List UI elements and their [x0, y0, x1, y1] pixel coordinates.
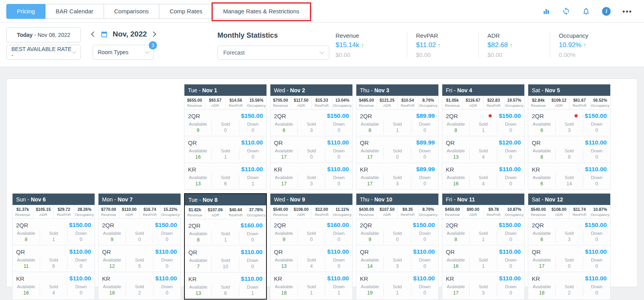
room-rate[interactable]: $110.00	[585, 248, 607, 255]
room-row-kr[interactable]: KR$110.00Available18Sold2Down0	[528, 272, 610, 298]
room-row-qr[interactable]: QR$110.00Available16Sold1Down0	[184, 136, 266, 163]
room-rate[interactable]: $110.00	[69, 275, 91, 282]
next-month-icon[interactable]	[151, 31, 156, 37]
day-cell-nov-10[interactable]: Thu - Nov 10$430.00Revenue$107.50ADR$9.3…	[356, 193, 439, 300]
info-icon[interactable]: i	[602, 7, 611, 16]
room-rate[interactable]: $110.00	[499, 275, 521, 282]
day-cell-nov-4[interactable]: Fri - Nov 4$1.05kRevenue$116.67ADR$22.83…	[442, 84, 525, 190]
room-rate[interactable]: $150.00	[69, 221, 91, 229]
day-cell-nov-12[interactable]: Sat - Nov 12$540.00Revenue$108.00ADR$11.…	[528, 193, 611, 300]
room-row-qr[interactable]: QR$110.00Available14Sold3Down0	[356, 245, 438, 272]
tab-bar-calendar[interactable]: BAR Calendar	[46, 4, 104, 19]
prev-month-icon[interactable]	[91, 31, 97, 37]
room-row-2qr[interactable]: 2QR$150.00Available6Sold3Down0	[270, 110, 352, 136]
room-row-kr[interactable]: KR$110.00Available18Sold1Down1	[270, 272, 352, 298]
day-cell-nov-8[interactable]: Tue - Nov 8$1.82kRevenue$107.06ADR$40.44…	[184, 193, 267, 300]
room-row-qr[interactable]: QR$110.00Available16Sold1Down0	[442, 245, 524, 272]
room-rate[interactable]: $150.00	[585, 221, 607, 229]
room-row-kr[interactable]: KR$110.00Available13Sold6Down1	[185, 272, 266, 299]
room-rate[interactable]: $150.00	[413, 221, 435, 229]
room-rate[interactable]: $160.00	[241, 222, 263, 229]
room-row-2qr[interactable]: 2QR$150.00Available9Sold0Down0	[99, 219, 181, 245]
room-row-qr[interactable]: QR$110.00Available17Sold0Down0	[270, 136, 352, 163]
room-rate[interactable]: $89.99	[416, 112, 435, 119]
day-cell-nov-11[interactable]: Fri - Nov 11$450.00Revenue$90.00ADR$9.78…	[442, 193, 525, 300]
room-rate[interactable]: $110.00	[327, 166, 349, 173]
room-rate[interactable]: $110.00	[327, 275, 349, 282]
room-rate[interactable]: $110.00	[499, 248, 521, 255]
room-types-dropdown[interactable]: Room Types 3	[93, 45, 154, 60]
room-row-kr[interactable]: KR$110.00Available13Sold6Down1	[184, 163, 266, 189]
room-row-kr[interactable]: KR$110.00Available16Sold4Down0	[13, 272, 95, 298]
tab-pricing[interactable]: Pricing	[6, 4, 46, 19]
room-rate[interactable]: $110.00	[155, 248, 177, 255]
room-row-kr[interactable]: KR$110.00Available6Sold14Down0	[528, 163, 610, 189]
sync-icon[interactable]	[562, 7, 570, 15]
room-row-qr[interactable]: QR$110.00Available17Sold0Down0	[528, 245, 610, 272]
room-rate[interactable]: $110.00	[413, 275, 435, 282]
room-rate[interactable]: $120.00	[499, 139, 521, 146]
room-rate[interactable]: $110.00	[69, 248, 91, 255]
room-rate[interactable]: $110.00	[241, 139, 263, 146]
tab-manage-rates-restrictions[interactable]: Manage Rates & Restrictions	[213, 4, 310, 19]
room-rate[interactable]: $150.00	[327, 112, 349, 119]
room-row-2qr[interactable]: 2QR$160.00Available8Sold1Down0	[185, 219, 266, 245]
room-rate[interactable]: $110.00	[585, 139, 607, 146]
room-rate[interactable]: $150.00	[499, 221, 521, 229]
room-row-kr[interactable]: KR$110.00Available18Sold2Down0	[99, 272, 181, 298]
room-row-kr[interactable]: KR$110.00Available17Sold3Down0	[270, 163, 352, 189]
day-cell-nov-3[interactable]: Thu - Nov 3$485.00Revenue$121.25ADR$10.5…	[356, 84, 439, 190]
room-rate[interactable]: $110.00	[585, 275, 607, 282]
room-rate[interactable]: $110.00	[327, 139, 349, 146]
day-cell-nov-1[interactable]: Tue - Nov 1$655.00Revenue$93.57ADR$14.56…	[184, 84, 267, 190]
room-row-2qr[interactable]: 2QR$150.00Available9Sold0Down0	[184, 110, 266, 136]
today-button[interactable]: Today - Nov 08, 2022	[6, 27, 81, 42]
room-rate[interactable]: $110.00	[585, 166, 607, 173]
room-row-kr[interactable]: KR$110.00Available16Sold4Down0	[442, 163, 524, 189]
tab-comparisons[interactable]: Comparisons	[104, 4, 159, 19]
room-row-2qr[interactable]: 2QR$160.00Available9Sold0Down0	[270, 219, 352, 245]
room-row-kr[interactable]: KR$89.99Available17Sold3Down0	[356, 163, 438, 189]
room-rate[interactable]: $150.00	[241, 112, 263, 119]
room-rate[interactable]: $110.00	[241, 166, 263, 173]
room-rate[interactable]: $110.00	[499, 166, 521, 173]
room-row-2qr[interactable]: 2QR$89.99Available8Sold1Down0	[356, 110, 438, 136]
room-row-qr[interactable]: QR$110.00Available7Sold10Down0	[185, 245, 266, 272]
room-row-qr[interactable]: QR$110.00Available11Sold6Down0	[13, 245, 95, 272]
room-row-qr[interactable]: QR$110.00Available13Sold4Down0	[270, 245, 352, 272]
room-rate[interactable]: $150.00	[585, 112, 607, 119]
room-row-2qr[interactable]: 2QR$150.00Available8Sold1Down0	[442, 219, 524, 245]
room-rate[interactable]: $110.00	[241, 275, 263, 282]
room-row-qr[interactable]: QR$120.00Available13Sold4Down0	[442, 136, 524, 163]
room-row-2qr[interactable]: 2QR$150.00Available8Sold1Down0	[442, 110, 524, 136]
room-row-2qr[interactable]: 2QR$150.00Available6Sold3Down0	[528, 219, 610, 245]
bell-icon[interactable]	[582, 7, 590, 15]
ellipsis-icon[interactable]: •••	[622, 9, 632, 13]
room-row-kr[interactable]: KR$110.00Available19Sold1Down0	[356, 272, 438, 298]
room-rate[interactable]: $110.00	[241, 249, 263, 256]
room-row-qr[interactable]: QR$110.00Available8Sold9Down0	[528, 136, 610, 163]
room-row-qr[interactable]: QR$89.99Available17Sold0Down0	[356, 136, 438, 163]
day-cell-nov-5[interactable]: Sat - Nov 5$2.84kRevenue$109.12ADR$61.67…	[528, 84, 611, 190]
room-rate[interactable]: $89.99	[416, 166, 435, 173]
rate-plan-dropdown[interactable]: BEST AVAILABLE RATE -	[6, 45, 81, 60]
room-row-qr[interactable]: QR$110.00Available12Sold5Down0	[99, 245, 181, 272]
tab-comp-rates[interactable]: Comp Rates	[159, 4, 213, 19]
forecast-dropdown[interactable]: Forecast	[217, 46, 329, 60]
room-rate[interactable]: $110.00	[413, 248, 435, 255]
room-row-2qr[interactable]: 2QR$150.00Available9Sold0Down0	[356, 219, 438, 245]
day-cell-nov-9[interactable]: Wed - Nov 9$540.00Revenue$108.00ADR$12.0…	[270, 193, 353, 300]
room-rate[interactable]: $160.00	[327, 221, 349, 229]
room-rate[interactable]: $110.00	[327, 248, 349, 255]
room-row-kr[interactable]: KR$110.00Available17Sold3Down0	[442, 272, 524, 298]
room-row-2qr[interactable]: 2QR$150.00Available6Sold3Down0	[528, 110, 610, 136]
bar-chart-icon[interactable]	[542, 7, 550, 15]
room-rate[interactable]: $110.00	[155, 275, 177, 282]
room-rate[interactable]: $150.00	[155, 221, 177, 229]
day-cell-nov-6[interactable]: Sun - Nov 6$1.37kRevenue$105.15ADR$29.72…	[12, 193, 95, 300]
day-cell-nov-2[interactable]: Wed - Nov 2$705.00Revenue$117.50ADR$15.3…	[270, 84, 353, 190]
room-row-2qr[interactable]: 2QR$150.00Available8Sold1Down0	[13, 219, 95, 245]
day-cell-nov-7[interactable]: Mon - Nov 7$770.00Revenue$110.00ADR$16.7…	[98, 193, 181, 300]
room-rate[interactable]: $150.00	[499, 112, 521, 119]
room-rate[interactable]: $89.99	[416, 139, 435, 146]
